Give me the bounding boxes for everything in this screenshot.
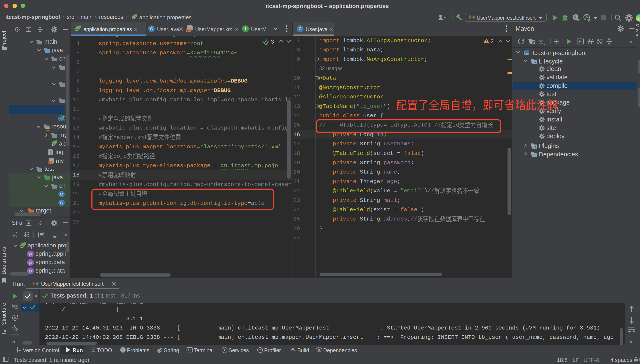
svg-text:I: I xyxy=(245,26,246,31)
svg-text:p: p xyxy=(29,268,32,273)
svg-text:<>: <> xyxy=(187,29,190,32)
svg-text:C: C xyxy=(60,200,63,205)
svg-text:a: a xyxy=(16,232,18,235)
svg-text:C: C xyxy=(150,26,153,31)
svg-text:C: C xyxy=(60,192,63,196)
svg-text:p: p xyxy=(29,260,32,265)
svg-text:<>: <> xyxy=(49,161,52,164)
svg-text:z: z xyxy=(16,235,17,238)
svg-text:m: m xyxy=(526,52,529,55)
svg-text:p: p xyxy=(29,252,32,256)
svg-text:C: C xyxy=(298,26,302,31)
